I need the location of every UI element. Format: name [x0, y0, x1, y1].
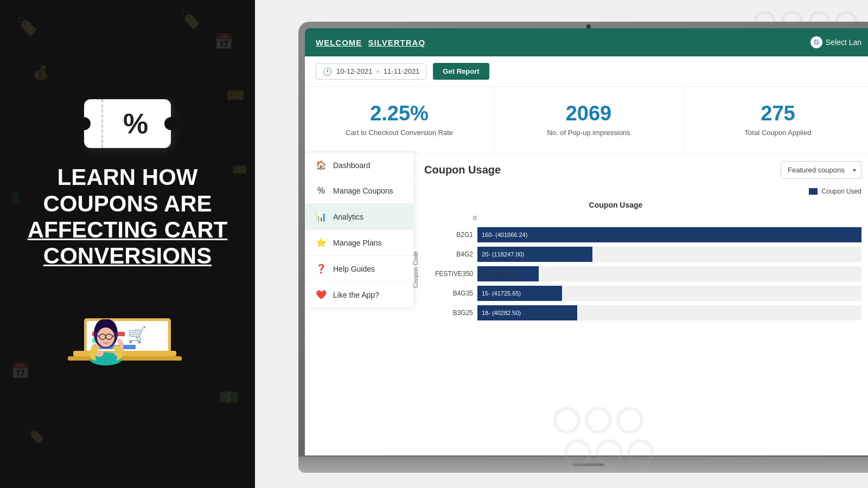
welcome-text: WELCOME SILVERTRAQ	[316, 38, 425, 47]
bar-value-festive350: 8- (18890.00)	[482, 271, 518, 277]
date-separator: -	[377, 67, 379, 75]
welcome-prefix: WELCOME	[316, 38, 362, 47]
bar-label-b4g35: B4G35	[424, 290, 473, 297]
headline-line3: AFFECTING CART	[28, 217, 228, 242]
bg-icon-3: 💰	[33, 65, 49, 80]
bg-icon-8: 🏷️	[27, 428, 44, 445]
date-bar: 🕐 10-12-2021 - 11-11-2021 Get Report	[305, 56, 868, 87]
svg-line-14	[97, 336, 99, 336]
stat-label-impressions: No. of Pop-up impressions	[505, 129, 672, 137]
sidebar-label-dashboard: Dashboard	[333, 161, 371, 170]
featured-coupons-dropdown-wrapper[interactable]: Featured coupons	[781, 161, 861, 179]
featured-coupons-select[interactable]: Featured coupons	[781, 161, 861, 179]
sidebar-item-help-guides[interactable]: ❓ Help Guides	[305, 256, 413, 282]
bars-container: B2G1160- (401066.24)B4G220- (118247.00)F…	[424, 223, 861, 324]
stat-label-conversion: Cart to Checkout Conversion Rate	[316, 129, 483, 137]
bar-row-b4g35: B4G3515- (41725.65)	[424, 286, 861, 301]
sidebar-label-manage-plans: Manage Plans	[333, 239, 382, 247]
headline-line2: COUPONS ARE	[43, 191, 212, 216]
date-start: 10-12-2021	[336, 67, 373, 75]
svg-rect-1	[68, 356, 182, 361]
bar-fill-b4g35: 15- (41725.65)	[477, 286, 562, 301]
bar-track-b4g35: 15- (41725.65)	[477, 286, 861, 301]
headline-text: LEARN HOW COUPONS ARE AFFECTING CART CON…	[0, 164, 255, 269]
legend-color-swatch	[809, 188, 818, 195]
headline-line4: CONVERSIONS	[43, 243, 212, 268]
bar-label-b3g25: B3G25	[424, 309, 473, 317]
bg-icon-7: 💵	[219, 388, 239, 407]
chart-legend: Coupon Used	[424, 188, 861, 195]
bar-track-b3g25: 18- (40282.50)	[477, 305, 861, 320]
bar-fill-b3g25: 18- (40282.50)	[477, 305, 577, 320]
bar-value-b3g25: 18- (40282.50)	[482, 310, 521, 316]
sidebar-label-help-guides: Help Guides	[333, 265, 375, 273]
bg-icon-10: 🎫	[232, 163, 247, 177]
percent-symbol: %	[123, 110, 148, 138]
bg-icon-2: 📅	[214, 33, 233, 50]
sidebar-label-analytics: Analytics	[333, 213, 363, 221]
bar-label-b2g1: B2G1	[424, 231, 473, 239]
date-end: 11-11-2021	[384, 67, 420, 75]
chart-section-title: Coupon Usage	[424, 164, 501, 176]
bar-label-festive350: FESTIVE350	[424, 270, 473, 278]
sidebar-item-analytics[interactable]: 📊 Analytics	[305, 204, 413, 230]
bar-row-b4g2: B4G220- (118247.00)	[424, 247, 861, 262]
bar-track-b4g2: 20- (118247.00)	[477, 247, 861, 262]
coupon-ticket-icon: %	[84, 99, 171, 148]
get-report-button[interactable]: Get Report	[433, 63, 489, 80]
bar-value-b4g35: 15- (41725.65)	[482, 290, 521, 297]
bar-row-b3g25: B3G2518- (40282.50)	[424, 305, 861, 320]
svg-line-15	[112, 336, 115, 336]
stat-value-impressions: 2069	[505, 102, 672, 125]
help-guides-icon: ❓	[316, 264, 327, 274]
bar-fill-festive350: 8- (18890.00)	[477, 266, 539, 281]
stat-card-conversion: 2.25% Cart to Checkout Conversion Rate	[305, 87, 494, 152]
analytics-icon: 📊	[316, 211, 327, 222]
top-bar: WELCOME SILVERTRAQ G Select Lan	[305, 28, 868, 56]
bg-icon-9: 💲	[8, 190, 23, 204]
bg-icon-4: 🏷️	[181, 11, 201, 30]
sidebar-menu: 🏠 Dashboard % Manage Coupons 📊 Analytics…	[305, 152, 413, 308]
laptop-screen: WELCOME SILVERTRAQ G Select Lan 🕐 10-12-…	[305, 28, 868, 455]
stat-card-total-coupon: 275 Total Coupon Applied	[684, 87, 868, 152]
svg-text:🛒: 🛒	[127, 326, 146, 344]
sidebar-item-dashboard[interactable]: 🏠 Dashboard	[305, 152, 413, 178]
dashboard-icon: 🏠	[316, 160, 327, 170]
sidebar-item-manage-coupons[interactable]: % Manage Coupons	[305, 178, 413, 204]
character-svg: 🛒	[57, 280, 198, 389]
stat-value-conversion: 2.25%	[316, 102, 483, 125]
chart-inner-title: Coupon Usage	[424, 201, 807, 209]
sidebar-label-like-app: Like the App?	[333, 291, 379, 299]
bg-icon-6: 📅	[11, 362, 30, 380]
legend-label: Coupon Used	[822, 188, 861, 195]
bar-fill-b2g1: 160- (401066.24)	[477, 227, 861, 242]
right-panel: WELCOME SILVERTRAQ G Select Lan 🕐 10-12-…	[255, 0, 868, 488]
google-translate-widget[interactable]: G Select Lan	[810, 36, 861, 48]
bg-icon-1: 🏷️	[16, 16, 38, 37]
like-app-icon: ❤️	[316, 290, 327, 300]
clock-icon: 🕐	[323, 67, 332, 76]
manage-coupons-icon: %	[316, 186, 327, 196]
bar-value-b4g2: 20- (118247.00)	[482, 251, 524, 258]
chart-bars-container: Coupon Code 0 B2G1160- (401066.24)B4G220…	[424, 215, 861, 324]
laptop-frame: WELCOME SILVERTRAQ G Select Lan 🕐 10-12-…	[298, 22, 868, 466]
bar-fill-b4g2: 20- (118247.00)	[477, 247, 592, 262]
bar-value-b2g1: 160- (401066.24)	[482, 232, 527, 238]
bar-row-b2g1: B2G1160- (401066.24)	[424, 227, 861, 242]
laptop-camera	[586, 24, 591, 29]
stats-row: 2.25% Cart to Checkout Conversion Rate 2…	[305, 87, 868, 152]
sidebar-item-manage-plans[interactable]: ⭐ Manage Plans	[305, 230, 413, 256]
bg-icon-5: 🎫	[227, 87, 244, 104]
bar-label-b4g2: B4G2	[424, 251, 473, 258]
select-language-label: Select Lan	[826, 38, 861, 47]
bottom-circles-row2-decoration	[564, 439, 654, 466]
axis-zero-label: 0	[424, 215, 861, 221]
stat-card-impressions: 2069 No. of Pop-up impressions	[494, 87, 684, 152]
left-panel: 🏷️ 📅 💰 🏷️ 🎫 📅 💵 🏷️ 💲 🎫 % LEARN HOW COUPO…	[0, 0, 255, 488]
character-illustration: 🛒	[57, 280, 198, 389]
stat-label-total-coupon: Total Coupon Applied	[694, 129, 861, 137]
bar-row-festive350: FESTIVE3508- (18890.00)	[424, 266, 861, 281]
date-range-picker[interactable]: 🕐 10-12-2021 - 11-11-2021	[316, 63, 426, 80]
sidebar-item-like-app[interactable]: ❤️ Like the App?	[305, 282, 413, 308]
bar-track-b2g1: 160- (401066.24)	[477, 227, 861, 242]
